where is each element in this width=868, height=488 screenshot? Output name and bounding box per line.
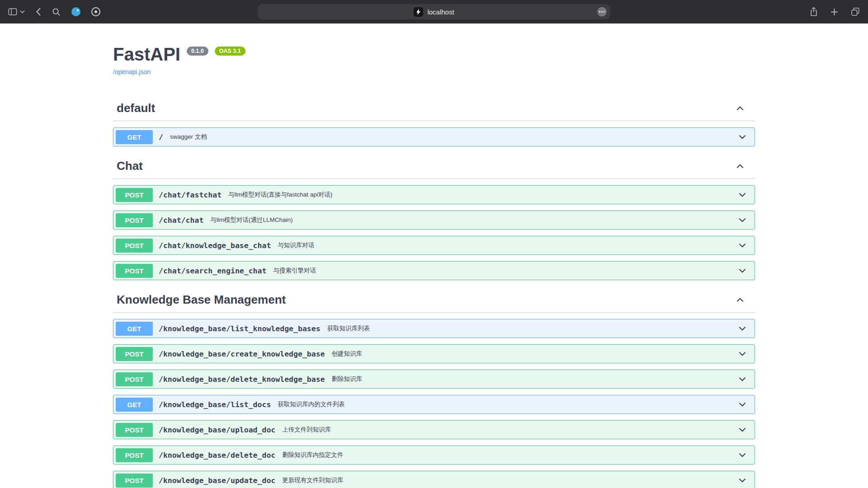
section-header[interactable]: Chat — [113, 155, 755, 179]
endpoint-summary: 删除知识库内指定文件 — [282, 451, 343, 459]
expand-endpoint-icon[interactable] — [737, 425, 747, 435]
swagger-ui: FastAPI 0.1.0 OAS 3.1 /openapi.json defa… — [113, 23, 755, 488]
method-badge: POST — [116, 239, 153, 253]
endpoint-path: /knowledge_base/delete_knowledge_base — [159, 375, 325, 384]
method-badge: POST — [116, 213, 153, 227]
section-header[interactable]: Knowledge Base Management — [113, 288, 755, 313]
oas-badge: OAS 3.1 — [215, 47, 245, 56]
back-icon — [36, 7, 41, 16]
bolt-extension-icon — [414, 7, 423, 17]
method-badge: POST — [116, 264, 153, 278]
section-title: default — [117, 101, 155, 115]
endpoint-list: GET /knowledge_base/list_knowledge_bases… — [113, 319, 755, 488]
collapse-section-icon[interactable] — [735, 295, 745, 305]
version-badge: 0.1.0 — [187, 47, 208, 56]
endpoint-path: /knowledge_base/list_knowledge_bases — [159, 324, 321, 333]
page-viewport: FastAPI 0.1.0 OAS 3.1 /openapi.json defa… — [0, 23, 868, 488]
share-icon — [810, 7, 818, 17]
browser-toolbar: localhost — [0, 0, 868, 23]
endpoint-list: GET / swagger 文档 — [113, 127, 755, 146]
expand-endpoint-icon[interactable] — [737, 324, 747, 333]
page-title: FastAPI — [113, 44, 180, 64]
endpoint-summary: 删除知识库 — [332, 375, 363, 383]
endpoint-row[interactable]: POST /chat/fastchat 与llm模型对话(直接与fastchat… — [113, 185, 755, 204]
api-section: default GET / swagger 文档 — [113, 97, 755, 146]
endpoint-row[interactable]: GET / swagger 文档 — [113, 127, 755, 146]
endpoint-summary: 获取知识库内的文件列表 — [278, 400, 345, 408]
expand-endpoint-icon[interactable] — [737, 190, 747, 200]
collapse-section-icon[interactable] — [735, 103, 745, 113]
endpoint-row[interactable]: POST /knowledge_base/upload_doc 上传文件到知识库 — [113, 420, 755, 439]
endpoint-path: /knowledge_base/delete_doc — [159, 451, 275, 460]
endpoint-summary: 更新现有文件到知识库 — [282, 476, 343, 484]
expand-endpoint-icon[interactable] — [737, 266, 747, 276]
expand-endpoint-icon[interactable] — [737, 399, 747, 409]
sidebar-icon — [8, 8, 17, 16]
endpoint-summary: 与llm模型对话(通过LLMChain) — [210, 216, 292, 224]
expand-endpoint-icon[interactable] — [737, 240, 747, 250]
expand-endpoint-icon[interactable] — [737, 475, 747, 485]
method-badge: POST — [116, 347, 153, 361]
endpoint-summary: swagger 文档 — [170, 133, 207, 141]
collapse-section-icon[interactable] — [735, 161, 745, 171]
section-header[interactable]: default — [113, 97, 755, 121]
endpoint-row[interactable]: POST /knowledge_base/update_doc 更新现有文件到知… — [113, 471, 755, 488]
new-tab-button[interactable] — [830, 8, 838, 16]
endpoint-path: /knowledge_base/create_knowledge_base — [159, 350, 325, 358]
expand-endpoint-icon[interactable] — [737, 132, 747, 142]
method-badge: POST — [116, 448, 153, 462]
method-badge: GET — [116, 130, 153, 144]
method-badge: POST — [116, 474, 153, 488]
endpoint-summary: 创建知识库 — [332, 350, 363, 358]
endpoint-path: / — [159, 133, 163, 141]
chevron-down-icon — [20, 10, 25, 14]
endpoint-row[interactable]: POST /knowledge_base/delete_knowledge_ba… — [113, 370, 755, 389]
bird-extension-icon — [71, 7, 80, 16]
method-badge: GET — [116, 322, 153, 336]
endpoint-row[interactable]: POST /chat/chat 与llm模型对话(通过LLMChain) — [113, 211, 755, 230]
plus-icon — [830, 8, 838, 16]
endpoint-row[interactable]: GET /knowledge_base/list_knowledge_bases… — [113, 319, 755, 338]
back-button[interactable] — [36, 7, 41, 16]
method-badge: POST — [116, 372, 153, 386]
endpoint-summary: 与知识库对话 — [278, 241, 314, 249]
share-button[interactable] — [810, 7, 818, 17]
endpoint-path: /chat/fastchat — [159, 191, 222, 199]
method-badge: POST — [116, 423, 153, 437]
url-text: localhost — [427, 8, 454, 16]
endpoint-row[interactable]: GET /knowledge_base/list_docs 获取知识库内的文件列… — [113, 395, 755, 414]
endpoint-row[interactable]: POST /chat/knowledge_base_chat 与知识库对话 — [113, 236, 755, 255]
endpoint-path: /knowledge_base/update_doc — [159, 476, 275, 485]
page-menu-icon[interactable] — [597, 7, 607, 17]
sidebar-toggle-button[interactable] — [8, 8, 17, 16]
endpoint-summary: 与搜索引擎对话 — [273, 267, 316, 275]
sections: default GET / swagger 文档 Chat POST /chat… — [113, 97, 755, 488]
endpoint-path: /chat/knowledge_base_chat — [159, 241, 271, 250]
endpoint-path: /chat/search_engine_chat — [159, 267, 266, 275]
extension-bird-button[interactable] — [71, 7, 80, 16]
tabs-overview-icon — [851, 7, 860, 16]
search-button[interactable] — [52, 8, 61, 16]
expand-endpoint-icon[interactable] — [737, 374, 747, 384]
endpoint-row[interactable]: POST /chat/search_engine_chat 与搜索引擎对话 — [113, 261, 755, 280]
endpoint-row[interactable]: POST /knowledge_base/delete_doc 删除知识库内指定… — [113, 446, 755, 465]
expand-endpoint-icon[interactable] — [737, 349, 747, 359]
section-title: Knowledge Base Management — [117, 293, 286, 307]
api-section: Knowledge Base Management GET /knowledge… — [113, 288, 755, 488]
api-section: Chat POST /chat/fastchat 与llm模型对话(直接与fas… — [113, 155, 755, 280]
endpoint-list: POST /chat/fastchat 与llm模型对话(直接与fastchat… — [113, 185, 755, 280]
method-badge: GET — [116, 398, 153, 412]
address-bar[interactable]: localhost — [258, 4, 610, 19]
endpoint-row[interactable]: POST /knowledge_base/create_knowledge_ba… — [113, 344, 755, 363]
search-icon — [52, 8, 61, 16]
extension-target-button[interactable] — [91, 7, 100, 16]
sidebar-chevron-button[interactable] — [20, 10, 25, 14]
openapi-json-link[interactable]: /openapi.json — [113, 68, 151, 75]
endpoint-path: /knowledge_base/upload_doc — [159, 426, 275, 434]
endpoint-path: /knowledge_base/list_docs — [159, 400, 271, 409]
expand-endpoint-icon[interactable] — [737, 450, 747, 460]
expand-endpoint-icon[interactable] — [737, 215, 747, 225]
endpoint-summary: 上传文件到知识库 — [282, 426, 331, 434]
tab-overview-button[interactable] — [851, 7, 860, 16]
target-extension-icon — [91, 7, 100, 16]
